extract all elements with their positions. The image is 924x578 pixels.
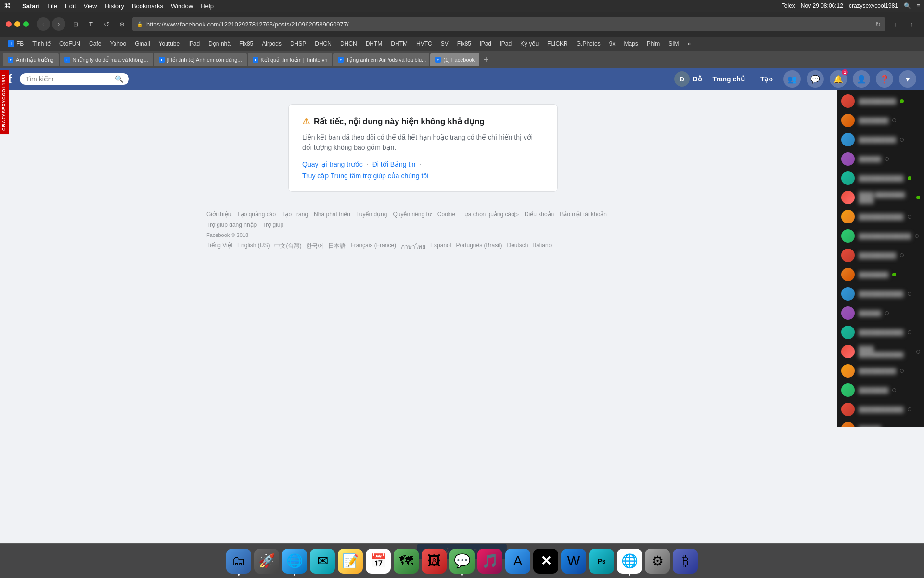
notifications-icon[interactable]: ≡ [917,2,920,9]
bookmark-ipad2[interactable]: iPad [476,39,495,49]
sidebar-contact-13[interactable]: ████████████ [837,323,924,342]
dock-chrome[interactable]: 🌐 [617,549,642,574]
close-button[interactable] [6,21,12,27]
dock-bluetooth[interactable]: ₿ [673,549,698,574]
lang-it[interactable]: Italiano [533,242,552,251]
dock-launchpad[interactable]: 🚀 [254,549,279,574]
address-bar[interactable]: 🔒 https://www.facebook.com/1221029278127… [132,17,886,31]
sidebar-contact-6[interactable]: ████ ████████ ████ [837,188,924,207]
bookmark-9x[interactable]: 9x [605,39,619,49]
lang-th[interactable]: ภาษาไทย [401,242,425,251]
dock-calendar[interactable]: 📅 [366,549,391,574]
fb-search-input[interactable] [26,75,112,83]
menu-window[interactable]: Window [171,2,193,10]
search-icon[interactable]: 🔍 [904,2,911,9]
bookmark-dhcn1[interactable]: DHCN [311,39,335,49]
fb-friends-button[interactable]: 👥 [783,70,801,88]
site-tab-5[interactable]: f Tặng anh em AirPods và loa blu... [333,53,429,66]
fb-notifications-button[interactable]: 🔔 1 [830,70,847,88]
footer-quyen-rieng-tu[interactable]: Quyền riêng tư [393,211,431,218]
sidebar-contact-9[interactable]: ██████████ [837,246,924,265]
bookmark-flickr[interactable]: FLICKR [543,39,572,49]
sidebar-contact-1[interactable]: ██████████ [837,92,924,111]
reader-mode-button[interactable]: T [85,18,97,30]
lang-ko[interactable]: 한국어 [306,242,323,251]
bookmark-gphotos[interactable]: G.Photos [573,39,604,49]
reload-button[interactable]: ↻ [875,21,881,28]
lang-fr[interactable]: Français (France) [350,242,396,251]
sidebar-contact-5[interactable]: ████████████ [837,169,924,188]
dock-appstore[interactable]: A [505,549,530,574]
dock-word[interactable]: W [561,549,586,574]
dock-mail[interactable]: ✉ [310,549,335,574]
dock-ps[interactable]: Ps [589,549,614,574]
dock-photos[interactable]: 🖼 [422,549,447,574]
footer-quang-cao[interactable]: Tạo quảng cáo [237,211,276,218]
dock-notes[interactable]: 📝 [338,549,363,574]
fb-home-button[interactable]: Trang chủ [708,72,750,86]
footer-tro-giup[interactable]: Trợ giúp [262,222,283,228]
dock-finder[interactable]: 🗂 [226,549,251,574]
footer-dieu-khoan[interactable]: Điều khoản [525,211,554,218]
menu-safari[interactable]: Safari [22,2,39,10]
dock-x[interactable]: ✕ [533,549,558,574]
site-tab-2[interactable]: T Những lý do để mua và không... [60,53,153,66]
back-button[interactable]: ‹ [37,17,50,31]
error-link-newsfeed[interactable]: Đi tới Bảng tin [372,160,416,168]
sidebar-contact-11[interactable]: ████████████ [837,284,924,303]
site-tab-6-active[interactable]: f (1) Facebook [430,53,479,66]
bookmark-fix85-2[interactable]: Fix85 [453,39,475,49]
footer-tao-trang[interactable]: Tạo Trang [282,211,308,218]
menu-edit[interactable]: Edit [65,2,76,10]
bookmark-yahoo[interactable]: Yahoo [106,39,130,49]
apple-menu[interactable]: ⌘ [4,2,11,10]
footer-tuyen-dung[interactable]: Tuyển dụng [356,211,387,218]
error-link-back[interactable]: Quay lại trang trước [302,160,363,168]
bookmark-maps[interactable]: Maps [620,39,642,49]
bookmark-airpods[interactable]: Airpods [258,39,285,49]
maximize-button[interactable] [23,21,29,27]
bookmark-ipad3[interactable]: iPad [496,39,515,49]
bookmark-gmail[interactable]: Gmail [131,39,154,49]
footer-nha-phat-trien[interactable]: Nhà phát triển [314,211,350,218]
bookmark-dhtm1[interactable]: DHTM [362,39,386,49]
bookmark-sim[interactable]: SIM [665,39,682,49]
menu-view[interactable]: View [84,2,97,10]
new-tab-plus-button[interactable]: + [480,54,492,66]
site-tab-3[interactable]: f [Hỏi tình tế] Anh em còn dùng... [154,53,247,66]
lang-es[interactable]: Español [430,242,451,251]
fb-search-box[interactable]: 🔍 [20,73,129,85]
footer-tro-giup-dn[interactable]: Trợ giúp đăng nhập [206,222,257,228]
sidebar-contact-3[interactable]: ██████████ [837,130,924,149]
sidebar-contact-18[interactable]: ██████ [837,419,924,427]
footer-lua-chon-qc[interactable]: Lựa chọn quảng cáo▷ [461,211,519,218]
new-tab-button[interactable]: ⊕ [116,18,128,30]
sidebar-contact-17[interactable]: ████████████ [837,400,924,419]
menu-help[interactable]: Help [201,2,214,10]
bookmark-kyyeu[interactable]: Kỷ yếu [516,39,542,49]
bookmark-youtube[interactable]: Youtube [155,39,184,49]
bookmark-sv[interactable]: SV [437,39,452,49]
footer-bao-mat[interactable]: Bảo mật tài khoản [560,211,607,218]
fb-messenger-button[interactable]: 💬 [807,70,824,88]
footer-cookie[interactable]: Cookie [437,211,455,218]
bookmark-more[interactable]: » [684,39,695,49]
sidebar-contact-14[interactable]: ████ ████████████ [837,342,924,361]
bookmark-dhcn2[interactable]: DHCN [336,39,361,49]
sidebar-toggle-button[interactable]: ⊡ [69,18,82,30]
sidebar-contact-12[interactable]: ██████ [837,303,924,323]
dock-messages[interactable]: 💬 [449,549,475,574]
lang-viet[interactable]: Tiếng Việt [206,242,232,251]
bookmark-otofun[interactable]: OtoFUN [55,39,84,49]
bookmark-phim[interactable]: Phim [643,39,664,49]
menu-bookmarks[interactable]: Bookmarks [132,2,163,10]
fb-user-button[interactable]: Đ Đỗ [674,71,702,87]
lang-ja[interactable]: 日本語 [328,242,346,251]
sidebar-contact-8[interactable]: ██████████████ [837,226,924,246]
download-button[interactable]: ↓ [889,18,902,30]
sidebar-contact-15[interactable]: ██████████ [837,361,924,381]
site-tab-1[interactable]: f Ảnh hậu trường [3,53,59,66]
bookmark-fix85[interactable]: Fix85 [235,39,257,49]
sidebar-contact-7[interactable]: ████████████ [837,207,924,226]
dock-itunes[interactable]: 🎵 [477,549,502,574]
